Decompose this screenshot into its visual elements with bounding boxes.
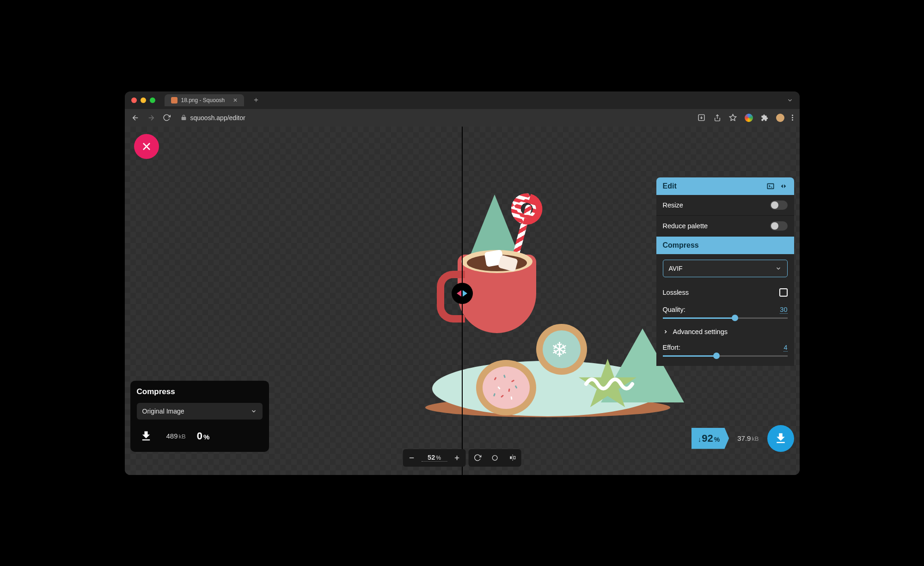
back-button[interactable] bbox=[131, 114, 140, 122]
right-stats: ↓ 92 % 37.9kB bbox=[691, 425, 794, 452]
effort-slider[interactable] bbox=[663, 355, 788, 357]
svg-rect-22 bbox=[514, 456, 515, 459]
compress-section-header: Compress bbox=[656, 237, 794, 254]
resize-row: Resize bbox=[656, 195, 794, 216]
background-toggle-button[interactable] bbox=[486, 449, 504, 467]
right-codec-select[interactable]: AVIF bbox=[663, 260, 788, 277]
install-icon[interactable] bbox=[698, 114, 706, 122]
favicon bbox=[171, 97, 177, 103]
svg-rect-8 bbox=[767, 183, 773, 189]
minimize-window-button[interactable] bbox=[141, 97, 146, 103]
effort-value[interactable]: 4 bbox=[783, 344, 787, 352]
transform-icon bbox=[508, 454, 516, 462]
handle-right-icon bbox=[463, 290, 467, 297]
savings-arrow: ↓ bbox=[698, 435, 702, 443]
profile-icon[interactable] bbox=[776, 114, 784, 122]
savings-value: 92 bbox=[702, 432, 713, 444]
minus-icon bbox=[408, 454, 415, 462]
tabs-overflow-button[interactable] bbox=[787, 97, 793, 103]
zoom-out-button[interactable] bbox=[403, 449, 420, 467]
lossless-row: Lossless bbox=[656, 283, 794, 302]
lock-icon bbox=[181, 115, 187, 121]
app-viewport: ❄ bbox=[125, 127, 800, 475]
left-savings: 0% bbox=[197, 430, 210, 442]
edit-title: Edit bbox=[663, 182, 677, 190]
left-compress-panel: Compress Original Image 489kB 0% bbox=[130, 381, 269, 452]
close-window-button[interactable] bbox=[131, 97, 137, 103]
right-codec-label: AVIF bbox=[669, 265, 683, 272]
left-panel-title: Compress bbox=[137, 387, 263, 396]
left-codec-label: Original Image bbox=[142, 408, 184, 415]
advanced-label: Advanced settings bbox=[673, 328, 728, 335]
plus-icon bbox=[453, 454, 461, 462]
svg-rect-18 bbox=[512, 457, 513, 458]
savings-badge: ↓ 92 % bbox=[691, 428, 729, 449]
lossless-checkbox[interactable] bbox=[779, 288, 788, 297]
edit-section-header: Edit bbox=[656, 177, 794, 195]
url-text: squoosh.app/editor bbox=[190, 114, 245, 122]
rotate-button[interactable] bbox=[469, 449, 486, 467]
tab-title: 18.png - Squoosh bbox=[181, 97, 225, 103]
compress-title: Compress bbox=[663, 241, 699, 250]
titlebar: 18.png - Squoosh ✕ ＋ bbox=[125, 91, 800, 109]
circle-icon bbox=[491, 454, 499, 462]
effort-label: Effort: bbox=[663, 344, 680, 352]
star-icon[interactable] bbox=[729, 114, 737, 122]
close-image-button[interactable] bbox=[134, 134, 159, 159]
resize-label: Resize bbox=[663, 201, 683, 209]
addressbar: squoosh.app/editor bbox=[125, 109, 800, 127]
chevron-down-icon bbox=[775, 265, 782, 272]
download-left-button[interactable] bbox=[137, 427, 155, 445]
reduce-palette-row: Reduce palette bbox=[656, 216, 794, 237]
quality-label: Quality: bbox=[663, 306, 685, 314]
zoom-in-button[interactable] bbox=[448, 449, 466, 467]
effort-slider-row: Effort: 4 bbox=[656, 340, 794, 366]
browser-window: 18.png - Squoosh ✕ ＋ squoosh.app/editor bbox=[125, 91, 800, 475]
quality-slider-row: Quality: 30 bbox=[656, 302, 794, 319]
advanced-settings-toggle[interactable]: Advanced settings bbox=[656, 323, 794, 340]
maximize-window-button[interactable] bbox=[150, 97, 155, 103]
right-settings-panel: Edit Resize Reduce palette C bbox=[656, 177, 794, 366]
share-icon[interactable] bbox=[713, 114, 722, 122]
zoom-toolbar: 52% bbox=[403, 449, 521, 467]
extensions-icon[interactable] bbox=[760, 114, 769, 122]
right-filesize: 37.9kB bbox=[737, 434, 759, 442]
quality-slider[interactable] bbox=[663, 317, 788, 319]
handle-left-icon bbox=[457, 290, 461, 297]
extension-icon-1[interactable] bbox=[745, 114, 753, 122]
download-icon bbox=[774, 432, 788, 445]
reload-button[interactable] bbox=[163, 114, 171, 122]
url-display[interactable]: squoosh.app/editor bbox=[181, 114, 245, 122]
reduce-palette-toggle[interactable] bbox=[770, 221, 788, 231]
download-icon bbox=[140, 430, 153, 443]
window-controls bbox=[131, 97, 155, 103]
reduce-palette-label: Reduce palette bbox=[663, 222, 708, 230]
download-right-button[interactable] bbox=[767, 425, 794, 452]
flip-button[interactable] bbox=[504, 449, 521, 467]
svg-rect-17 bbox=[512, 456, 513, 456]
quality-value[interactable]: 30 bbox=[780, 306, 787, 314]
chevron-right-icon bbox=[663, 329, 668, 335]
svg-rect-21 bbox=[510, 456, 512, 459]
new-tab-button[interactable]: ＋ bbox=[252, 95, 260, 105]
copy-settings-icon[interactable] bbox=[779, 183, 788, 190]
svg-marker-10 bbox=[781, 184, 783, 188]
savings-unit: % bbox=[714, 436, 720, 443]
chevron-down-icon bbox=[251, 408, 257, 414]
compare-handle[interactable] bbox=[452, 283, 473, 304]
left-filesize: 489kB bbox=[166, 432, 186, 440]
left-codec-select[interactable]: Original Image bbox=[137, 403, 263, 420]
svg-marker-11 bbox=[784, 184, 786, 188]
resize-toggle[interactable] bbox=[770, 201, 788, 210]
zoom-value[interactable]: 52% bbox=[421, 454, 447, 462]
browser-menu-button[interactable] bbox=[792, 115, 793, 121]
svg-rect-16 bbox=[512, 455, 513, 455]
rotate-icon bbox=[473, 454, 481, 462]
close-tab-button[interactable]: ✕ bbox=[233, 97, 238, 103]
lossless-label: Lossless bbox=[663, 289, 689, 296]
svg-rect-19 bbox=[512, 459, 513, 459]
forward-button[interactable] bbox=[147, 114, 155, 122]
svg-marker-5 bbox=[729, 114, 736, 120]
browser-tab[interactable]: 18.png - Squoosh ✕ bbox=[165, 94, 245, 106]
cli-icon[interactable] bbox=[766, 183, 775, 190]
